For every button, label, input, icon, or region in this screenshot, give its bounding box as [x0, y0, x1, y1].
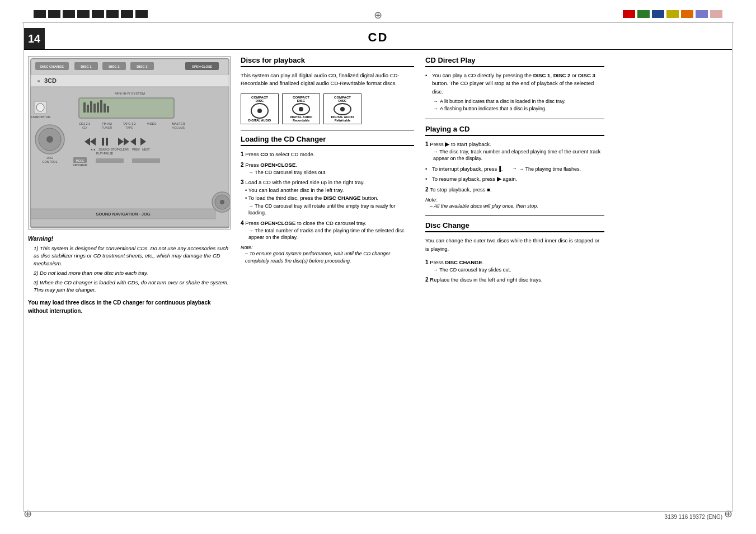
svg-text:DISC CHANGE: DISC CHANGE: [40, 65, 64, 68]
step-3-bullet-1: • You can load another disc in the left …: [245, 186, 414, 194]
step-1-bold: CD: [260, 151, 268, 157]
playing-step-1: 1 Press ▶ to start playback. → The disc …: [425, 140, 604, 162]
svg-text:VIDEO: VIDEO: [147, 122, 157, 125]
hr-bottom: [24, 511, 732, 512]
svg-text:PLAY-PAUSE: PLAY-PAUSE: [96, 152, 114, 155]
svg-rect-12: [31, 74, 229, 87]
playing-arrow-flashes: → The playing time flashes.: [512, 166, 581, 172]
bar-lightblue: [696, 10, 708, 18]
svg-text:NEXT: NEXT: [142, 148, 149, 151]
playing-step-1-num: 1: [425, 141, 430, 147]
svg-rect-61: [132, 158, 160, 163]
svg-text:SOUND NAVIGATION · JOG: SOUND NAVIGATION · JOG: [96, 212, 150, 217]
right-column: CD Direct Play You can play a CD directl…: [425, 56, 604, 287]
cd-disc-1: [251, 103, 269, 119]
svg-text:JOG: JOG: [46, 156, 53, 160]
svg-text:DISC 2: DISC 2: [109, 65, 120, 68]
disc-change-step-2-num: 2: [425, 277, 430, 283]
cd-disc-inner-1: [257, 109, 262, 113]
cd-icon-recordable: COMPACTDISC DIGITAL AUDIORecordable: [282, 93, 320, 124]
playing-bullet-resume: To resume playback, press ▶ again.: [425, 175, 604, 183]
hr-top: [22, 22, 734, 23]
loading-section-header: Loading the CD Changer: [241, 135, 414, 146]
warning-note: You may load three discs in the CD chang…: [28, 298, 229, 315]
page-number: 14: [24, 28, 45, 49]
svg-rect-24: [93, 104, 96, 113]
bar-6: [106, 10, 119, 18]
svg-text:MASTER: MASTER: [172, 122, 185, 125]
playing-bullet-interrupt: To interrupt playback, press ‖. → The pl…: [425, 165, 604, 174]
cd-icon-top-1: COMPACTDISC: [251, 96, 268, 103]
disc-change-step-1: 1 Press DISC CHANGE. → The CD carousel t…: [425, 259, 604, 274]
svg-text:MINI HI-FI SYSTEM: MINI HI-FI SYSTEM: [115, 92, 145, 95]
svg-text:DISC 1: DISC 1: [81, 65, 92, 68]
cd-icon-bottom-3: DIGITAL AUDIOReWritable: [331, 115, 354, 122]
step-1-num: 1: [241, 151, 245, 157]
play-btn-resume: ▶: [497, 176, 501, 182]
svg-point-66: [220, 200, 224, 204]
playing-cd-divider: [425, 119, 604, 119]
svg-text:OPEN•CLOSE: OPEN•CLOSE: [192, 65, 213, 68]
svg-rect-60: [96, 158, 124, 163]
page-code: 3139 116 19372 (ENG): [665, 514, 722, 520]
stop-btn: ■: [487, 186, 490, 193]
loading-step-1: 1 Press CD to select CD mode.: [241, 151, 414, 158]
discs-section-body: This system can play all digital audio C…: [241, 72, 414, 88]
svg-text:TAPE: TAPE: [125, 126, 133, 129]
cd-disc-3: [334, 103, 351, 115]
cd-icon-bottom-1: DIGITAL AUDIO: [248, 119, 271, 122]
discs-section-header: Discs for playback: [241, 56, 414, 67]
bar-7: [121, 10, 133, 18]
svg-text:MODE: MODE: [76, 159, 85, 162]
svg-text:PREV: PREV: [132, 148, 140, 151]
disc3-bold: DISC 3: [578, 72, 595, 78]
cd-icons-row: COMPACTDISC DIGITAL AUDIO COMPACTDISC DI…: [241, 93, 414, 124]
disc1-bold: DISC 1: [533, 72, 551, 78]
warning-item-3: 3) When the CD changer is loaded with CD…: [28, 279, 229, 294]
cd-icon-rewritable: COMPACTDISC DIGITAL AUDIOReWritable: [323, 93, 361, 124]
cd-icon-bottom-2: DIGITAL AUDIORecordable: [290, 115, 313, 122]
loading-section-sep: [241, 130, 414, 130]
disc-change-step-1-arrow: → The CD carousel tray slides out.: [433, 266, 604, 274]
bar-8: [135, 10, 148, 18]
step-2-arrow: → The CD carousel tray slides out.: [248, 169, 414, 176]
bar-orange: [681, 10, 693, 18]
disc-change-header: Disc Change: [425, 221, 604, 232]
loading-step-4: 4 Press OPEN•CLOSE to close the CD carou…: [241, 219, 414, 241]
bar-3: [63, 10, 75, 18]
compass-bottom-right: ⊕: [724, 508, 732, 520]
playing-step-1-arrow: → The disc tray, track number and elapse…: [433, 148, 604, 162]
playing-step-2-num: 2: [425, 186, 430, 193]
disc-change-btn-bold: DISC CHANGE: [445, 259, 482, 265]
bar-4: [77, 10, 90, 18]
cd-direct-play-arrow-2: A flashing button indicates that a disc …: [433, 105, 604, 113]
svg-rect-28: [107, 106, 109, 113]
svg-text:PROGRAM: PROGRAM: [73, 163, 87, 167]
pause-btn: ‖: [499, 166, 501, 172]
cd-direct-play-arrow-1: A lit button indicates that a disc is lo…: [433, 98, 604, 106]
middle-column: Discs for playback This system can play …: [241, 56, 414, 264]
disc-change-bold: DISC CHANGE: [323, 195, 361, 201]
warning-title: Warning!: [28, 235, 229, 242]
bar-5: [92, 10, 104, 18]
loading-note-label: Note:: [241, 245, 414, 250]
svg-point-18: [36, 104, 44, 111]
warning-item-1: 1) This system is designed for conventio…: [28, 245, 229, 267]
svg-rect-22: [87, 105, 89, 113]
cd-disc-inner-3: [340, 107, 345, 111]
warning-section: Warning! 1) This system is designed for …: [28, 235, 229, 315]
bar-blue: [652, 10, 664, 18]
svg-text:TAPE 1·2: TAPE 1·2: [123, 122, 135, 125]
svg-text:VOLUME: VOLUME: [172, 126, 185, 129]
step-4-num: 4: [241, 220, 245, 226]
disc2-bold: DISC 2: [553, 72, 571, 78]
playing-note-text: – All the available discs will play once…: [430, 203, 604, 210]
svg-rect-27: [104, 104, 106, 113]
bar-red: [623, 10, 635, 18]
svg-rect-21: [83, 102, 86, 113]
cd-disc-inner-2: [299, 107, 303, 111]
cd-direct-play-bullet-1: You can play a CD directly by pressing t…: [425, 72, 604, 96]
loading-step-3: 3 Load a CD with the printed side up in …: [241, 179, 414, 217]
cd-direct-play-header: CD Direct Play: [425, 56, 604, 67]
svg-text:◄◄: ◄◄: [90, 148, 96, 151]
